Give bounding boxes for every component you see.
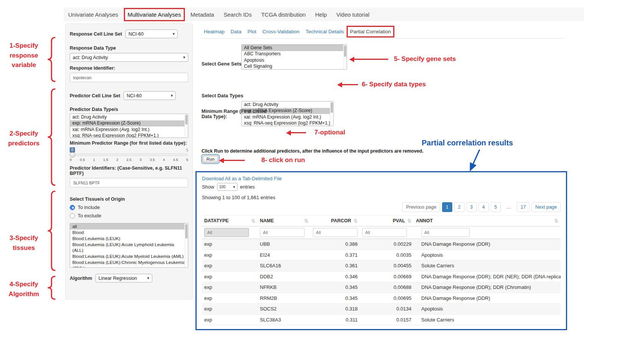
radio-to-include[interactable]: To include xyxy=(70,204,188,210)
table-row[interactable]: exp SOCS2 0.318 0.0134 Apoptosis xyxy=(202,304,561,315)
list-option[interactable]: Blood:Leukemia (LEUK) xyxy=(70,236,188,242)
filter-input-annot[interactable] xyxy=(421,228,470,237)
page-button-2[interactable]: 2 xyxy=(454,202,464,212)
list-option[interactable]: Blood xyxy=(70,229,188,236)
scrollbar-thumb[interactable] xyxy=(331,102,333,113)
cell-name: UBB xyxy=(258,241,311,247)
list-option[interactable]: act: Drug Activity xyxy=(70,114,188,120)
response-cell-line-set-select[interactable]: NCI-60 ▾ xyxy=(125,30,178,38)
algorithm-select[interactable]: Linear Regression ▾ xyxy=(95,274,152,282)
list-option[interactable]: xai: mRNA Expression (Avg. log2 Int.) xyxy=(70,126,188,133)
list-option[interactable]: xsq: RNA-seq Expression (log2 FPKM+1.) xyxy=(242,120,333,126)
annotation-step4: 4-Specify Algorithm xyxy=(3,279,45,299)
scrollbar[interactable] xyxy=(330,101,333,126)
list-option[interactable]: ABC Transporters xyxy=(242,51,347,58)
page-button-1[interactable]: 1 xyxy=(442,202,452,212)
table-header-row: DATATYPE ⇅ NAME ⇅ PARCOR ⇅ PVAL ⇅ ANNOT xyxy=(202,215,561,226)
cell-datatype: exp xyxy=(202,306,258,312)
previous-page-button[interactable]: Previous page xyxy=(402,202,440,212)
tab-partial-correlation[interactable]: Partial Correlation xyxy=(350,29,391,34)
filter-input-pval[interactable] xyxy=(362,228,407,237)
column-label: PARCOR xyxy=(331,218,351,223)
column-header-annot[interactable]: ANNOT ⇅ xyxy=(414,218,561,224)
table-row[interactable]: exp SLC6A16 0.361 0.00455 Solute Carrier… xyxy=(202,261,561,272)
nav-item-multivariate-analyses[interactable]: Multivariate Analyses xyxy=(128,11,181,18)
download-all-link[interactable]: Download All as a Tab-Delimited File xyxy=(202,176,282,181)
tab-heatmap[interactable]: Heatmap xyxy=(204,29,225,34)
sort-icon[interactable]: ⇅ xyxy=(554,218,558,224)
tab-cross-validation[interactable]: Cross-Validation xyxy=(263,29,300,34)
page-button-17[interactable]: 17 xyxy=(517,202,530,212)
cell-parcor: 0.386 xyxy=(311,241,360,247)
sort-icon[interactable]: ⇅ xyxy=(407,218,411,224)
algorithm-label: Algorithm xyxy=(70,276,92,281)
annotation-step8: 8- click on run xyxy=(261,156,305,164)
slider-handle[interactable] xyxy=(70,152,75,158)
list-option[interactable]: xsq: RNA-seq Expression (log2 FPKM+1.) xyxy=(70,133,188,138)
page: Univariate Analyses Multivariate Analyse… xyxy=(0,0,644,362)
radio-label: To include xyxy=(78,204,100,210)
table-row[interactable]: exp EI24 0.371 0.0035 Apoptosis xyxy=(202,250,561,261)
list-option[interactable]: Blood:Leukemia (LEUK):Acute Lymphoid Leu… xyxy=(70,242,188,253)
column-header-pval[interactable]: PVAL ⇅ xyxy=(360,218,414,224)
scrollbar[interactable] xyxy=(184,223,188,267)
nav-item-search-ids[interactable]: Search IDs xyxy=(224,11,252,18)
table-row[interactable]: exp DDB2 0.346 0.00669 DNA Damage Respon… xyxy=(202,272,561,282)
sort-icon[interactable]: ⇅ xyxy=(353,218,358,224)
list-option-selected[interactable]: all xyxy=(70,223,188,229)
tick-label: 3 xyxy=(140,158,142,162)
list-option[interactable]: Apoptosis xyxy=(242,57,347,64)
cell-pval: 0.0134 xyxy=(360,306,414,312)
annotation-arrow-data-types xyxy=(342,84,358,85)
column-header-parcor[interactable]: PARCOR ⇅ xyxy=(311,218,360,224)
control-sidebar: Response Cell Line Set NCI-60 ▾ Response… xyxy=(65,23,193,300)
response-identifier-input[interactable] xyxy=(70,73,188,82)
predictor-cell-line-set-select[interactable]: NCI-60 ▾ xyxy=(123,91,176,100)
page-button-3[interactable]: 3 xyxy=(466,202,477,212)
next-page-button[interactable]: Next page xyxy=(531,202,561,212)
page-button-5[interactable]: 5 xyxy=(491,202,501,212)
list-option[interactable]: Cell Signaling xyxy=(242,64,347,70)
page-size-select[interactable]: 100 ▾ xyxy=(217,183,238,191)
radio-checked-icon xyxy=(70,205,75,210)
scrollbar[interactable] xyxy=(184,114,188,137)
list-option[interactable]: act: Drug Activity xyxy=(242,101,333,108)
tab-plot[interactable]: Plot xyxy=(247,29,256,34)
tab-technical-details[interactable]: Technical Details xyxy=(306,29,344,34)
filter-input-datatype[interactable] xyxy=(204,228,249,237)
sort-icon[interactable]: ⇅ xyxy=(304,218,308,224)
predictor-identifiers-input[interactable] xyxy=(70,178,188,187)
filter-input-parcor[interactable] xyxy=(313,228,358,237)
nav-item-tcga-distribution[interactable]: TCGA distribution xyxy=(261,11,306,18)
filter-input-name[interactable] xyxy=(260,228,305,237)
scrollbar[interactable] xyxy=(343,45,347,69)
annotation-step5: 5- Specify gene sets xyxy=(394,55,456,63)
scrollbar-thumb[interactable] xyxy=(185,224,188,239)
list-option-selected[interactable]: exp: mRNA Expression (Z-Score) xyxy=(70,120,188,127)
table-row[interactable]: exp NFRKB 0.345 0.00688 DNA Damage Respo… xyxy=(202,282,561,293)
analysis-tabs: Heatmap Data Plot Cross-Validation Techn… xyxy=(204,29,391,34)
nav-item-video-tutorial[interactable]: Video tutorial xyxy=(336,11,369,18)
list-option[interactable]: Blood:Leukemia (LEUK):Chronic Myelogenou… xyxy=(70,260,188,268)
radio-to-exclude[interactable]: To exclude xyxy=(70,213,188,218)
nav-item-metadata[interactable]: Metadata xyxy=(191,11,214,18)
table-row[interactable]: exp RRM2B 0.345 0.00695 DNA Damage Respo… xyxy=(202,293,561,304)
slider-track[interactable] xyxy=(70,153,188,156)
column-header-datatype[interactable]: DATATYPE ⇅ xyxy=(202,218,258,224)
scrollbar-thumb[interactable] xyxy=(185,115,188,125)
tab-data[interactable]: Data xyxy=(231,29,242,34)
cell-datatype: exp xyxy=(202,263,258,268)
cell-pval: 0.00695 xyxy=(360,295,414,301)
response-data-type-select[interactable]: act: Drug Activity ▾ xyxy=(70,53,188,62)
table-row[interactable]: exp SLC38A3 0.311 0.0157 Solute Carriers xyxy=(202,315,561,326)
nav-item-univariate-analyses[interactable]: Univariate Analyses xyxy=(68,11,118,18)
run-button[interactable]: Run xyxy=(203,156,218,162)
list-option-selected[interactable]: All Gene Sets xyxy=(242,45,347,51)
table-row[interactable]: exp UBB 0.386 0.00229 DNA Damage Respons… xyxy=(202,239,561,250)
sort-icon[interactable]: ⇅ xyxy=(251,218,255,224)
page-button-4[interactable]: 4 xyxy=(478,202,489,212)
scrollbar-thumb[interactable] xyxy=(344,45,346,57)
list-option[interactable]: Blood:Leukemia (LEUK):Acute Myeloid Leuk… xyxy=(70,253,188,259)
column-header-name[interactable]: NAME ⇅ xyxy=(258,218,311,224)
nav-item-help[interactable]: Help xyxy=(315,11,327,18)
